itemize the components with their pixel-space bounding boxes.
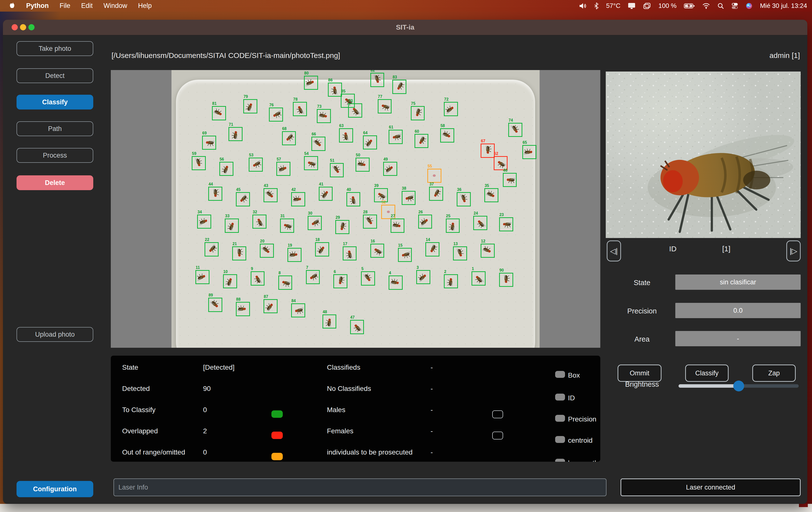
detection-box-7[interactable]: 7 (306, 270, 320, 284)
detection-box-22[interactable]: 22 (205, 242, 219, 256)
detection-box-29[interactable]: 29 (335, 220, 349, 234)
detection-box-50[interactable]: 50 (355, 158, 370, 172)
menu-window[interactable]: Window (104, 2, 127, 10)
siri-icon[interactable] (746, 2, 753, 9)
wifi-icon[interactable] (702, 3, 710, 9)
detection-box-38[interactable]: 38 (402, 191, 416, 205)
detection-box-44[interactable]: 44 (208, 187, 222, 201)
id-toggle[interactable] (555, 394, 565, 400)
detection-box-11[interactable]: 11 (196, 270, 209, 284)
detection-box-68[interactable]: 68 (282, 131, 296, 145)
detection-box-25[interactable]: 25 (446, 218, 460, 233)
detection-box-58[interactable]: 58 (440, 128, 454, 142)
menu-file[interactable]: File (60, 2, 70, 10)
laserpath-toggle[interactable] (555, 459, 565, 462)
detection-box-20[interactable]: 20 (260, 244, 274, 258)
detection-box-67[interactable]: 67 (481, 144, 495, 158)
detection-box-4[interactable]: 4 (388, 275, 403, 290)
volume-icon[interactable] (579, 3, 587, 9)
detection-box-2[interactable]: 2 (444, 274, 458, 288)
temperature-indicator[interactable]: 57°C (606, 2, 620, 10)
detection-box-53[interactable]: 53 (249, 158, 263, 172)
detection-box-78[interactable]: 78 (293, 102, 307, 116)
detection-box-63[interactable]: 63 (339, 128, 353, 142)
detection-box-26[interactable]: 26 (418, 215, 432, 229)
battery-percent[interactable]: 100 % (658, 2, 676, 10)
zap-button[interactable]: Zap (752, 364, 796, 382)
detect-button[interactable]: Detect (17, 68, 93, 83)
take-photo-button[interactable]: Take photo (17, 41, 93, 56)
display-icon[interactable] (628, 2, 636, 9)
box-toggle[interactable] (555, 371, 565, 378)
detection-box-24[interactable]: 24 (473, 216, 487, 230)
detection-box-34[interactable]: 34 (197, 215, 211, 229)
classify-fly-button[interactable]: Classify (685, 364, 729, 382)
detection-box-72[interactable]: 72 (444, 102, 458, 116)
detection-box-23[interactable]: 23 (499, 217, 513, 231)
sample-photo[interactable]: 8086828385817976787370777572746971686663… (172, 70, 540, 348)
detection-box-64[interactable]: 64 (363, 135, 377, 149)
upload-photo-button[interactable]: Upload photo (17, 327, 93, 342)
menu-help[interactable]: Help (138, 2, 152, 10)
detection-box-49[interactable]: 49 (383, 162, 397, 176)
detection-box-69[interactable]: 69 (202, 135, 216, 150)
detection-box-35[interactable]: 35 (484, 188, 498, 202)
detection-box-66[interactable]: 66 (311, 137, 325, 151)
detection-box-31[interactable]: 31 (280, 218, 294, 233)
detection-box-70[interactable]: 70 (348, 103, 362, 117)
detection-box-73[interactable]: 73 (317, 109, 331, 123)
detection-box-3[interactable]: 3 (416, 270, 430, 284)
detection-box-82[interactable]: 82 (370, 73, 384, 87)
detection-box-89[interactable]: 89 (208, 298, 222, 312)
title-bar[interactable]: SIT-ia (3, 20, 807, 35)
minimize-button[interactable] (20, 24, 26, 30)
detection-box-55[interactable]: 55 (427, 169, 441, 183)
delete-button[interactable]: Delete (17, 175, 93, 190)
precision-toggle[interactable] (555, 415, 565, 422)
detection-box-12[interactable]: 12 (481, 244, 495, 258)
ommit-button[interactable]: Ommit (617, 364, 662, 382)
close-button[interactable] (11, 24, 18, 30)
detection-box-54[interactable]: 54 (304, 156, 318, 170)
detection-box-84[interactable]: 84 (291, 303, 305, 318)
detection-box-5[interactable]: 5 (361, 271, 375, 285)
process-button[interactable]: Process (17, 148, 93, 163)
detection-box-48[interactable]: 48 (322, 314, 337, 329)
laser-connected-button[interactable]: Laser connected (620, 478, 801, 496)
detection-box-42[interactable]: 42 (291, 192, 305, 206)
apple-menu-icon[interactable] (9, 2, 15, 10)
detection-box-8[interactable]: 8 (278, 275, 292, 290)
detection-box-27[interactable]: 27 (390, 218, 405, 233)
spotlight-icon[interactable] (718, 3, 724, 9)
detection-box-74[interactable]: 74 (508, 123, 522, 137)
detection-box-18[interactable]: 18 (315, 242, 329, 256)
classify-mode-button[interactable]: Classify (17, 95, 93, 110)
detection-box-51[interactable]: 51 (330, 163, 344, 177)
configuration-button[interactable]: Configuration (17, 481, 93, 497)
bluetooth-icon[interactable] (594, 2, 599, 9)
detection-box-9[interactable]: 9 (251, 271, 265, 285)
prev-fly-button[interactable]: ◁| (607, 240, 621, 262)
detection-box-33[interactable]: 33 (225, 218, 239, 233)
detection-box-90[interactable]: 90 (499, 273, 513, 287)
path-button[interactable]: Path (17, 121, 93, 136)
detection-box-21[interactable]: 21 (232, 246, 246, 261)
detection-box-41[interactable]: 41 (319, 187, 333, 201)
detection-box-79[interactable]: 79 (243, 99, 257, 113)
detection-box-71[interactable]: 71 (229, 127, 242, 141)
detection-box-17[interactable]: 17 (343, 246, 357, 261)
detection-box-59[interactable]: 59 (192, 156, 206, 170)
detection-box-86[interactable]: 86 (328, 83, 342, 97)
detection-box-88[interactable]: 88 (236, 302, 250, 316)
females-checkbox[interactable] (492, 431, 503, 440)
control-center-icon[interactable] (731, 2, 738, 9)
detection-box-56[interactable]: 56 (219, 162, 233, 176)
detection-box-83[interactable]: 83 (392, 80, 406, 94)
detection-box-39[interactable]: 39 (374, 188, 388, 202)
detection-box-30[interactable]: 30 (308, 216, 322, 230)
brightness-slider[interactable] (678, 384, 799, 388)
detection-box-76[interactable]: 76 (269, 108, 283, 122)
detection-box-19[interactable]: 19 (287, 248, 301, 262)
detection-box-81[interactable]: 81 (212, 106, 226, 120)
detection-box-14[interactable]: 14 (425, 242, 439, 256)
